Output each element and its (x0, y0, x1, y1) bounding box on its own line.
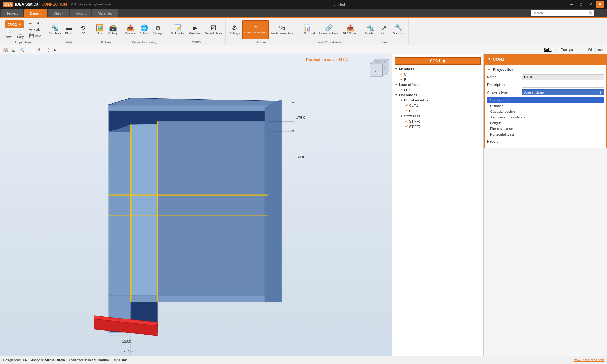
new-label: New (6, 35, 11, 39)
manage-label: Manage (153, 32, 163, 35)
cut-of-member-section[interactable]: ▼ Cut of member (392, 98, 483, 103)
option-capacity-design[interactable]: Capacity design (487, 109, 604, 114)
pan-button[interactable]: ✛ (27, 46, 34, 53)
panel-title: CON1 (493, 57, 504, 62)
publish-button[interactable]: 🌐 Publish (138, 20, 151, 39)
xls-export-button[interactable]: 📤 XLS Export (341, 20, 359, 39)
save-button[interactable]: 💾 Save (28, 33, 43, 39)
option-horizontal-tying[interactable]: Horizontal tying (487, 131, 604, 137)
option-stress-strain-label: Stress, strain (490, 98, 510, 102)
xls-import-button[interactable]: 📊 XLS Import (299, 20, 316, 39)
tree-item-le1[interactable]: ✔ LE1 (392, 87, 483, 93)
tab-check[interactable]: Check (48, 9, 69, 17)
option-stress-strain[interactable]: Stress, strain (487, 97, 604, 103)
lcs-label: LCS (80, 32, 85, 35)
description-input[interactable] (522, 82, 604, 88)
svg-marker-14 (157, 121, 265, 302)
tab-report[interactable]: Report (70, 9, 91, 17)
solid-view-button[interactable]: Solid (541, 47, 554, 52)
tree-item-b[interactable]: ✔ B (392, 77, 483, 82)
load-effects-section-label: Load effects (399, 83, 420, 87)
home-button[interactable]: 🏠 (2, 46, 9, 53)
check-icon-le1: ✔ (400, 88, 403, 92)
settings-button[interactable]: ⚙ Settings (228, 20, 242, 39)
manage-button[interactable]: ⚙ Manage (151, 20, 165, 39)
option-capacity-design-label: Capacity design (490, 110, 515, 113)
option-joint-design[interactable]: Joint design resistance (487, 114, 604, 120)
load-effects-status-item: Load effects: In equilibrium (69, 358, 109, 362)
analysis-type-dropdown[interactable]: Stress, strain ▼ (522, 89, 604, 95)
redo-button[interactable]: ↪ Redo (28, 27, 43, 33)
propose-icon: 📤 (126, 25, 134, 31)
tree-item-stiff1[interactable]: ✔ STIFF1 (392, 118, 483, 124)
gallery-button[interactable]: 🗃️ Gallery (107, 20, 119, 39)
fit-button[interactable]: ⛶ (43, 46, 50, 53)
option-joint-design-label: Joint design resistance (490, 115, 525, 119)
tree-item-stiff2[interactable]: ✔ STIFF2 (392, 124, 483, 129)
connection-import-button[interactable]: 🔗 Connection Import (317, 20, 341, 39)
loads-equilibrium-button[interactable]: ⚖ Loads in equilibrium (242, 20, 269, 39)
wireframe-view-button[interactable]: Wireframe (586, 47, 605, 52)
undo-button[interactable]: ↩ Undo (28, 20, 43, 26)
transparent-view-button[interactable]: Transparent (559, 47, 581, 52)
tree-item-cut1[interactable]: ✔ CUT1 (392, 103, 483, 108)
member-button[interactable]: 🔩 Member (364, 20, 377, 39)
option-fatigue[interactable]: Fatigue (487, 120, 604, 126)
ribbon-group-cbfem: 📝 Code setup ▶ Calculate ☑ Overall check… (167, 18, 226, 45)
website-link[interactable]: www.ideastatica.com (574, 358, 604, 362)
operation-icon: 🔧 (395, 25, 403, 31)
loads-percentage-button[interactable]: % Loads - percentage (270, 20, 295, 39)
rotate-button[interactable]: ↺ (35, 46, 42, 53)
panel-content: ▼ Project item Name CON1 Description Ana… (484, 64, 607, 148)
design-code-item: Design code: EN (3, 358, 27, 362)
properties-panel: ▼ CON1 ▼ Project item Name CON1 Descript… (484, 54, 607, 356)
load-label: Load (381, 32, 387, 35)
operation-button[interactable]: 🔧 Operation (391, 20, 407, 39)
new-button[interactable]: 📄 New (3, 30, 14, 39)
orange-button[interactable]: ■ (596, 1, 604, 8)
viewport-3d[interactable]: Production cost - 112 € Y X Z (0, 54, 392, 356)
operations-section[interactable]: ▼ Operations (392, 93, 483, 98)
tree-item-c[interactable]: ✔ C (392, 71, 483, 77)
panel-collapse-icon[interactable]: ▼ (488, 58, 491, 61)
members-section[interactable]: ▼ Members (392, 66, 483, 71)
code-setup-button[interactable]: 📝 Code setup (169, 20, 187, 39)
zoom-extent-button[interactable]: ⊡ (10, 46, 17, 53)
load-effects-expand-icon: ▼ (395, 83, 398, 86)
search-input[interactable] (533, 11, 588, 15)
copy-button[interactable]: 📋 Copy (15, 30, 26, 39)
con1-button[interactable]: CON1 ▼ (5, 20, 24, 28)
operations-expand-icon: ▼ (395, 94, 398, 97)
tab-materials[interactable]: Materials (92, 9, 118, 17)
connection-import-icon: 🔗 (325, 25, 333, 31)
plates-button[interactable]: ▬ Plates (63, 20, 76, 39)
app-tagline: Calculate yesterday's estimates (71, 3, 111, 6)
manage-icon: ⚙ (155, 25, 161, 31)
panel-header: ▼ CON1 (484, 54, 607, 64)
pictures-new-button[interactable]: 🖼️ New (93, 20, 106, 39)
calculate-button[interactable]: ▶ Calculate (187, 20, 203, 39)
close-button[interactable]: ✕ (586, 1, 595, 8)
load-effects-section[interactable]: ▼ Load effects (392, 82, 483, 87)
overall-check-button[interactable]: ☑ Overall check (203, 20, 224, 39)
option-fire-resistance[interactable]: Fire resistance (487, 126, 604, 131)
connection-header[interactable]: CON1 ▶ (395, 57, 481, 65)
minimize-button[interactable]: ─ (567, 1, 576, 8)
tree-item-cut2[interactable]: ✔ CUT2 (392, 108, 483, 113)
tab-design[interactable]: Design (24, 9, 47, 17)
stiffeners-section[interactable]: ▼ Stiffeners (392, 113, 483, 118)
analysis-status-value: Stress, strain (45, 358, 65, 362)
copy-label: Copy (17, 35, 24, 39)
members-button[interactable]: 🔩 Members (47, 20, 63, 39)
cut-member-expand-icon: ▼ (400, 99, 403, 102)
load-button[interactable]: ↗ Load (378, 20, 390, 39)
zoom-button[interactable]: 🔍 (18, 46, 25, 53)
select-button[interactable]: ● (51, 46, 58, 53)
tab-project[interactable]: Project (1, 9, 23, 17)
search-area[interactable]: 🔍 (531, 10, 594, 16)
propose-button[interactable]: 📤 Propose (124, 20, 138, 39)
lcs-button[interactable]: ⟲ LCS (76, 20, 89, 39)
maximize-button[interactable]: □ (577, 1, 586, 8)
save-label: Save (35, 34, 42, 38)
option-stiffness[interactable]: Stiffness (487, 103, 604, 109)
